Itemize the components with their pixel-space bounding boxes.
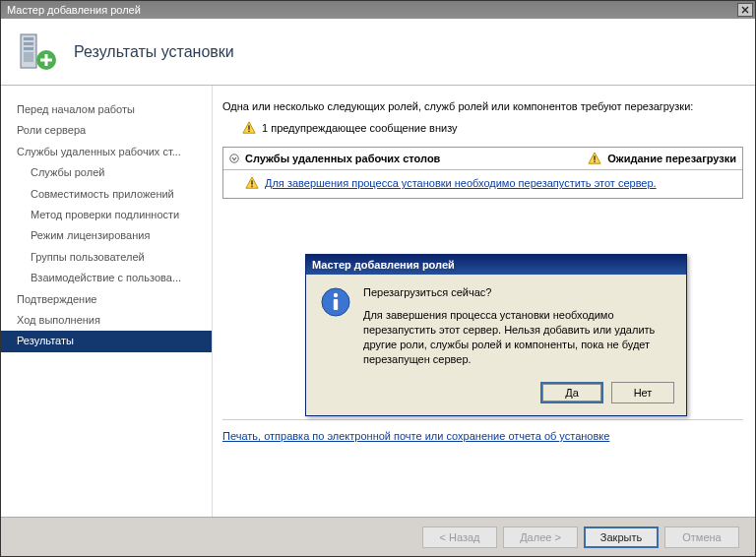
yes-button[interactable]: Да [540, 382, 603, 403]
titlebar: Мастер добавления ролей [1, 1, 755, 19]
intro-text: Одна или несколько следующих ролей, служ… [222, 99, 743, 113]
sidebar-item-0[interactable]: Перед началом работы [1, 99, 212, 120]
role-state: Ожидание перезагрузки [607, 153, 736, 164]
dialog-footer: Да Нет [306, 376, 686, 415]
svg-rect-2 [24, 42, 33, 45]
collapse-icon [229, 154, 239, 163]
status-header[interactable]: Службы удаленных рабочих столов Ожидание… [223, 148, 742, 170]
dialog-message: Для завершения процесса установки необхо… [363, 308, 672, 366]
window-close-button[interactable] [737, 3, 753, 17]
server-role-icon [17, 31, 60, 74]
svg-rect-11 [251, 181, 252, 185]
svg-rect-4 [24, 52, 33, 62]
status-message-link[interactable]: Для завершения процесса установки необхо… [265, 177, 657, 189]
no-button[interactable]: Нет [611, 382, 674, 403]
close-button[interactable]: Закрыть [584, 526, 659, 548]
next-button: Далее > [503, 526, 578, 548]
sidebar-item-8[interactable]: Взаимодействие с пользова... [1, 268, 212, 288]
warning-icon [245, 176, 259, 190]
svg-rect-6 [248, 126, 249, 130]
sidebar-item-11[interactable]: Результаты [1, 331, 212, 351]
svg-rect-12 [251, 186, 252, 187]
warning-icon [242, 121, 256, 135]
dialog-question: Перезагрузиться сейчас? [363, 286, 672, 298]
warning-count-text: 1 предупреждающее сообщение внизу [262, 122, 458, 134]
footer: < Назад Далее > Закрыть Отмена [1, 517, 755, 556]
status-box: Службы удаленных рабочих столов Ожидание… [222, 147, 743, 199]
sidebar-item-9[interactable]: Подтверждение [1, 289, 212, 310]
status-message-row: Для завершения процесса установки необхо… [223, 170, 742, 198]
dialog-title: Мастер добавления ролей [306, 255, 686, 275]
back-button: < Назад [422, 526, 497, 548]
sidebar-item-2[interactable]: Службы удаленных рабочих ст... [1, 142, 212, 162]
sidebar-item-10[interactable]: Ход выполнения [1, 310, 212, 331]
status-right: Ожидание перезагрузки [588, 152, 736, 165]
svg-rect-1 [24, 37, 33, 40]
dialog-body: Перезагрузиться сейчас? Для завершения п… [306, 275, 686, 376]
sidebar-item-7[interactable]: Группы пользователей [1, 247, 212, 268]
restart-dialog: Мастер добавления ролей Перезагрузиться … [305, 254, 687, 416]
sidebar-item-1[interactable]: Роли сервера [1, 120, 212, 141]
header: Результаты установки [1, 19, 755, 86]
sidebar-item-3[interactable]: Службы ролей [1, 162, 212, 183]
warning-summary: 1 предупреждающее сообщение внизу [242, 121, 743, 135]
sidebar-item-4[interactable]: Совместимость приложений [1, 184, 212, 205]
svg-point-14 [334, 293, 338, 297]
svg-rect-15 [334, 299, 338, 310]
role-name: Службы удаленных рабочих столов [245, 153, 440, 164]
close-icon [741, 6, 749, 14]
dialog-text: Перезагрузиться сейчас? Для завершения п… [363, 286, 672, 366]
svg-point-8 [230, 155, 238, 162]
svg-rect-3 [24, 47, 33, 50]
svg-rect-7 [248, 131, 249, 132]
svg-rect-10 [595, 161, 596, 162]
sidebar-item-6[interactable]: Режим лицензирования [1, 225, 212, 246]
warning-icon [588, 152, 601, 165]
svg-rect-9 [595, 156, 596, 160]
report-link[interactable]: Печать, отправка по электронной почте ил… [222, 430, 609, 442]
page-title: Результаты установки [74, 43, 234, 61]
info-icon [320, 286, 351, 318]
sidebar: Перед началом работыРоли сервераСлужбы у… [1, 86, 212, 517]
cancel-button: Отмена [664, 526, 739, 548]
window-title: Мастер добавления ролей [7, 4, 141, 16]
sidebar-item-5[interactable]: Метод проверки подлинности [1, 205, 212, 225]
